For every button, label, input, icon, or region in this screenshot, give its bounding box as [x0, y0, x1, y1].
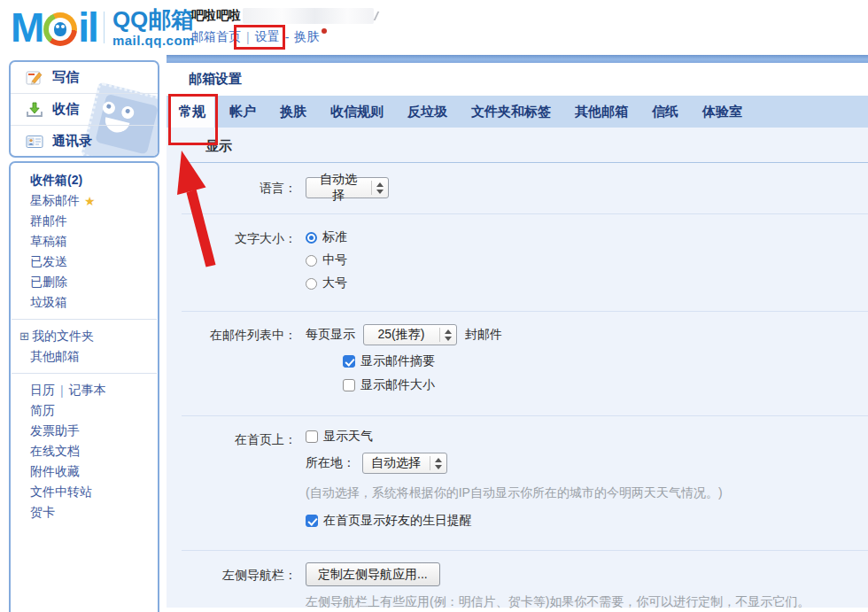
- show-weather-checkbox[interactable]: [306, 430, 318, 443]
- main-titlebar: 邮箱设置: [167, 63, 868, 96]
- language-row: 语言： 自动选择: [167, 163, 868, 213]
- app-invoice-helper-link[interactable]: 发票助手: [11, 421, 158, 441]
- app-attachment-collection-link[interactable]: 附件收藏: [11, 461, 158, 482]
- star-icon: ★: [84, 194, 96, 208]
- folder-spam[interactable]: 垃圾箱: [11, 292, 158, 313]
- app-notes-link[interactable]: 记事本: [69, 383, 106, 399]
- folder-starred-label: 星标邮件: [30, 193, 80, 209]
- top-nav: 邮箱首页 | 设置 - 换肤: [191, 29, 327, 45]
- tab-account[interactable]: 帐户: [221, 96, 265, 128]
- language-label: 语言：: [167, 177, 297, 198]
- show-size-checkbox[interactable]: [343, 379, 355, 391]
- app-attachment-collection-label: 附件收藏: [30, 464, 80, 480]
- other-mailboxes[interactable]: 其他邮箱: [11, 346, 158, 367]
- expand-plus-icon[interactable]: ⊞: [19, 329, 29, 343]
- tab-skin[interactable]: 换肤: [271, 96, 315, 128]
- section-display-title: 显示: [182, 128, 868, 163]
- show-summary-checkbox[interactable]: [343, 355, 355, 368]
- per-page-suffix: 封邮件: [465, 327, 502, 343]
- radio-large-label: 大号: [322, 275, 347, 291]
- tab-other-mailboxes[interactable]: 其他邮箱: [566, 96, 637, 128]
- app-file-transfer-link[interactable]: 文件中转站: [11, 482, 158, 502]
- location-label: 所在地：: [306, 455, 355, 471]
- settings-tab-bar: 常规 帐户 换肤 收信规则 反垃圾 文件夹和标签 其他邮箱 信纸 体验室: [167, 96, 868, 128]
- tab-folders-labels[interactable]: 文件夹和标签: [462, 96, 560, 128]
- font-size-option-large[interactable]: 大号: [306, 275, 347, 291]
- nav-change-skin-link[interactable]: 换肤: [294, 29, 319, 45]
- radio-standard[interactable]: [306, 232, 317, 244]
- select-arrows-icon: [430, 458, 446, 469]
- radio-standard-label: 标准: [322, 229, 347, 245]
- account-info: 吧啦吧啦: [191, 8, 384, 24]
- app-resume-link[interactable]: 简历: [11, 400, 158, 421]
- per-page-select-value: 25(推荐): [364, 327, 439, 343]
- per-page-select[interactable]: 25(推荐): [363, 324, 457, 345]
- font-size-row: 文字大小： 标准 中号 大号: [167, 214, 868, 311]
- show-size-label: 显示邮件大小: [360, 377, 435, 393]
- logo-penguin-icon: [43, 12, 77, 46]
- app-resume-label: 简历: [30, 403, 55, 419]
- sidebar-divider: [12, 373, 157, 374]
- compose-label: 写信: [52, 69, 79, 86]
- font-size-option-standard[interactable]: 标准: [306, 229, 347, 245]
- show-weather-option[interactable]: 显示天气: [306, 429, 723, 445]
- brand-domain: mail.qq.com: [112, 34, 195, 47]
- contacts-button[interactable]: 通讯录: [11, 125, 158, 157]
- folder-drafts[interactable]: 草稿箱: [11, 231, 158, 252]
- folder-sent[interactable]: 已发送: [11, 252, 158, 272]
- folder-group-mail[interactable]: 群邮件: [11, 211, 158, 231]
- logo-letters-il: il: [78, 8, 97, 47]
- customize-left-nav-button[interactable]: 定制左侧导航应用...: [306, 562, 440, 586]
- mail-list-label: 在邮件列表中：: [167, 324, 297, 393]
- main-pane: 邮箱设置 常规 帐户 换肤 收信规则 反垃圾 文件夹和标签 其他邮箱 信纸 体验…: [167, 55, 868, 612]
- show-summary-label: 显示邮件摘要: [360, 353, 435, 369]
- radio-medium-label: 中号: [322, 252, 347, 268]
- folder-deleted[interactable]: 已删除: [11, 272, 158, 292]
- show-size-option[interactable]: 显示邮件大小: [343, 377, 502, 393]
- brand-name: QQ邮箱: [112, 8, 195, 31]
- radio-large[interactable]: [306, 278, 317, 290]
- receive-label: 收信: [52, 101, 79, 118]
- per-page-prefix: 每页显示: [306, 327, 355, 343]
- nav-mail-home-link[interactable]: 邮箱首页: [191, 29, 241, 45]
- tab-mail-rules[interactable]: 收信规则: [322, 96, 392, 128]
- folder-starred[interactable]: 星标邮件 ★: [11, 190, 158, 211]
- left-nav-label: 左侧导航栏：: [167, 562, 297, 610]
- app-greeting-card-link[interactable]: 贺卡: [11, 502, 158, 523]
- receive-mail-button[interactable]: 收信: [11, 93, 158, 125]
- radio-medium[interactable]: [306, 255, 317, 267]
- birthday-reminder-checkbox[interactable]: [306, 515, 318, 527]
- sidebar-actions-box: 写信 收信 通讯录: [9, 60, 159, 158]
- weather-note: (自动选择，系统将根据你的IP自动显示你所在的城市的今明两天天气情况。): [306, 485, 723, 501]
- folder-drafts-label: 草稿箱: [30, 234, 67, 250]
- folder-inbox[interactable]: 收件箱(2): [11, 170, 158, 190]
- app-file-transfer-label: 文件中转站: [30, 484, 92, 500]
- compose-pencil-icon: [26, 69, 43, 87]
- app-calendar-link[interactable]: 日历: [30, 383, 55, 399]
- language-select-value: 自动选择: [306, 172, 371, 204]
- compose-mail-button[interactable]: 写信: [11, 62, 158, 93]
- font-size-option-medium[interactable]: 中号: [306, 252, 347, 268]
- location-select[interactable]: 自动选择: [362, 453, 447, 474]
- my-folders-toggle[interactable]: ⊞ 我的文件夹: [11, 326, 158, 346]
- show-summary-option[interactable]: 显示邮件摘要: [343, 353, 502, 369]
- nav-settings-link[interactable]: 设置: [255, 29, 280, 45]
- qqmail-logo[interactable]: M il QQ邮箱 mail.qq.com: [11, 7, 195, 48]
- app-online-docs-link[interactable]: 在线文档: [11, 441, 158, 461]
- my-folders-label: 我的文件夹: [32, 329, 94, 345]
- main-top-gradient-bar: [167, 55, 868, 63]
- language-select[interactable]: 自动选择: [306, 177, 389, 198]
- folder-spam-label: 垃圾箱: [30, 295, 67, 311]
- tab-labs[interactable]: 体验室: [694, 96, 751, 128]
- nav-dash: -: [285, 30, 290, 44]
- app-online-docs-label: 在线文档: [30, 444, 80, 460]
- sidebar-folders-box: 收件箱(2) 星标邮件 ★ 群邮件 草稿箱 已发送 已删除 垃圾箱 ⊞ 我的文件…: [9, 161, 159, 612]
- font-size-label: 文字大小：: [167, 229, 297, 291]
- folder-group-mail-label: 群邮件: [30, 213, 67, 229]
- left-nav-row: 左侧导航栏： 定制左侧导航应用... 左侧导航栏上有些应用(例：明信片、贺卡等)…: [167, 551, 868, 610]
- birthday-reminder-option[interactable]: 在首页显示好友的生日提醒: [306, 513, 723, 529]
- tab-anti-spam[interactable]: 反垃圾: [399, 96, 456, 128]
- tab-stationery[interactable]: 信纸: [643, 96, 687, 128]
- mail-list-row: 在邮件列表中： 每页显示 25(推荐) 封邮件 显示邮件摘要: [167, 312, 868, 415]
- tab-general[interactable]: 常规: [170, 96, 214, 128]
